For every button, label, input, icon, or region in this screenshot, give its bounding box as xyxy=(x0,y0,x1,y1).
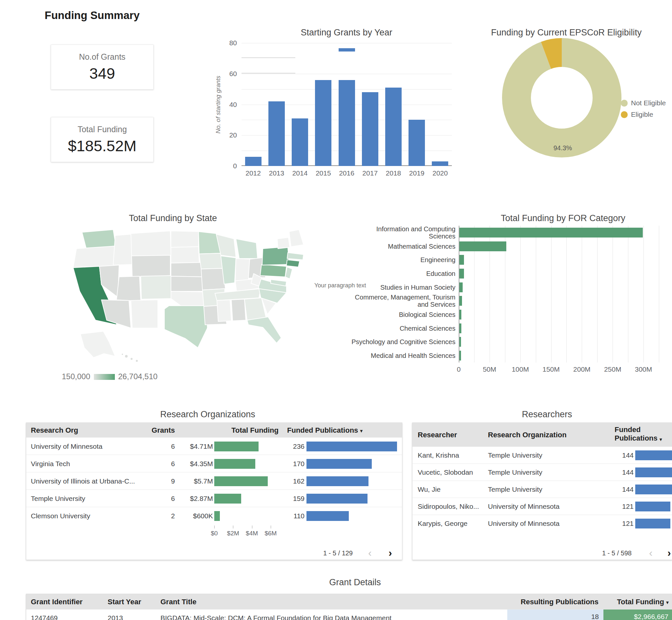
for-category-labels: Information and Computing SciencesMathem… xyxy=(327,226,456,362)
state-MO[interactable] xyxy=(201,268,225,290)
column-header-research-org[interactable]: Research Org xyxy=(31,426,78,435)
publications-bar xyxy=(306,511,349,521)
x-tick-label-2015: 2015 xyxy=(311,169,335,177)
bar-2017[interactable] xyxy=(362,92,378,166)
state-CO[interactable] xyxy=(141,275,171,299)
table-row[interactable]: 1247469 2013 BIGDATA: Mid-Scale: DCM: A … xyxy=(26,609,672,620)
state-SD[interactable] xyxy=(171,247,199,263)
column-header-funded-publications[interactable]: Funded Publications▾ xyxy=(287,426,363,435)
table-header-row: Research Org Grants Total Funding Funded… xyxy=(26,423,402,437)
us-choropleth-map xyxy=(61,226,317,369)
state-ME[interactable] xyxy=(289,229,304,247)
publications-bar xyxy=(306,459,372,469)
state-AL[interactable] xyxy=(231,299,246,321)
table-row[interactable]: Vucetic, SlobodanTemple University144 xyxy=(412,464,672,481)
state-FL[interactable] xyxy=(247,317,281,343)
state-MI[interactable] xyxy=(236,239,258,258)
state-MA[interactable] xyxy=(287,253,304,260)
state-CT-RI[interactable] xyxy=(287,260,300,267)
grant-details-table: Grant Identifier Start Year Grant Title … xyxy=(26,594,672,620)
state-WY[interactable] xyxy=(132,255,170,277)
next-page-button[interactable]: › xyxy=(667,548,671,558)
category-label: Mathematical Sciences xyxy=(327,240,456,253)
legend-item-not-eligible[interactable]: Not Eligible xyxy=(621,99,666,107)
bar-education[interactable] xyxy=(459,269,464,278)
bar-2016[interactable] xyxy=(339,80,355,166)
bar-2019[interactable] xyxy=(409,120,425,166)
bar-2020[interactable] xyxy=(432,161,448,166)
bar-chemical-sciences[interactable] xyxy=(459,323,461,333)
table-row[interactable]: Virginia Tech6$4.35M170 xyxy=(26,455,402,472)
bar-information-and-computing[interactable] xyxy=(459,228,643,238)
funding-bar xyxy=(214,442,259,451)
state-KS[interactable] xyxy=(171,276,205,291)
column-header-total-funding[interactable]: Total Funding▾ xyxy=(617,598,669,606)
y-tick-label: 0 xyxy=(218,162,237,170)
state-IN[interactable] xyxy=(235,258,250,281)
column-header-grants[interactable]: Grants xyxy=(152,426,175,435)
gridline xyxy=(551,226,552,362)
axis-tick xyxy=(271,525,271,528)
sort-arrow-icon: ▾ xyxy=(666,600,669,605)
category-label: Engineering xyxy=(327,253,456,267)
table-row[interactable]: Kant, KrishnaTemple University144 xyxy=(412,447,672,464)
axis-tick-label: $4M xyxy=(246,530,258,537)
state-NY[interactable] xyxy=(262,247,289,265)
research-orgs-table: Research Org Grants Total Funding Funded… xyxy=(26,422,402,560)
x-tick-label-200M: 200M xyxy=(573,365,590,373)
state-NM[interactable] xyxy=(131,300,158,328)
table-row[interactable]: Karypis, GeorgeUniversity of Minnesota12… xyxy=(412,515,672,532)
bar-2018[interactable] xyxy=(385,88,402,166)
bar-commerce-management-tourism[interactable] xyxy=(459,296,462,306)
bar-2012[interactable] xyxy=(245,157,261,166)
column-header-grant-title[interactable]: Grant Title xyxy=(160,598,197,606)
bar-medical-and-health-sciences[interactable] xyxy=(459,351,461,361)
table-row[interactable]: Sidiropoulos, Niko...University of Minne… xyxy=(412,498,672,515)
column-header-grant-identifier[interactable]: Grant Identifier xyxy=(31,598,83,606)
state-MS[interactable] xyxy=(217,300,231,321)
state-HI[interactable] xyxy=(121,353,138,362)
prev-page-button[interactable]: ‹ xyxy=(368,548,372,558)
research-organization-cell: Temple University xyxy=(488,451,542,459)
table-row[interactable]: Clemson University2$600K110 xyxy=(26,507,402,524)
state-VT-NH[interactable] xyxy=(277,238,290,249)
state-TX[interactable] xyxy=(164,306,207,348)
total-funding-cell: $5.7M xyxy=(194,477,213,485)
gridline xyxy=(582,226,582,362)
research-organization-cell: University of Minnesota xyxy=(488,520,560,527)
state-ID[interactable] xyxy=(113,234,134,265)
bar-engineering[interactable] xyxy=(459,255,464,265)
legend-item-eligible[interactable]: Eligible xyxy=(621,111,653,118)
bar-mathematical-sciences[interactable] xyxy=(459,242,506,251)
bar-2015[interactable] xyxy=(315,80,331,166)
next-page-button[interactable]: › xyxy=(389,548,392,558)
state-AK[interactable] xyxy=(81,331,115,358)
bar-2014[interactable] xyxy=(292,118,308,166)
table-row[interactable]: Temple University6$2.87M159 xyxy=(26,489,402,507)
bar-2013[interactable] xyxy=(268,101,285,166)
column-header-resulting-publications[interactable]: Resulting Publications xyxy=(521,598,599,606)
state-IA[interactable] xyxy=(199,253,223,269)
state-UT[interactable] xyxy=(116,276,141,301)
state-OK[interactable] xyxy=(171,291,206,306)
legend-dot xyxy=(621,100,628,107)
state-MT[interactable] xyxy=(131,231,171,256)
state-ND[interactable] xyxy=(171,231,199,247)
bar-psychology-and-cognitive-sciences[interactable] xyxy=(459,337,461,347)
state-NE[interactable] xyxy=(171,262,204,277)
column-header-funded-publications[interactable]: Funded Publications▾ xyxy=(615,425,662,443)
state-PA[interactable] xyxy=(260,264,287,277)
table-row[interactable]: University of Illinois at Urbana-C...9$5… xyxy=(26,472,402,490)
bar-studies-in-human-society[interactable] xyxy=(459,282,463,292)
state-WA[interactable] xyxy=(82,229,116,249)
state-OR[interactable] xyxy=(73,246,115,268)
prev-page-button[interactable]: ‹ xyxy=(649,548,653,558)
column-header-research-organization[interactable]: Research Organization xyxy=(488,431,567,439)
column-header-start-year[interactable]: Start Year xyxy=(108,598,141,606)
column-header-total-funding[interactable]: Total Funding xyxy=(231,426,278,435)
table-row[interactable]: University of Minnesota6$4.71M236 xyxy=(26,437,402,455)
table-row[interactable]: Wu, JieTemple University144 xyxy=(412,480,672,498)
bar-biological-sciences[interactable] xyxy=(459,310,461,319)
gridline xyxy=(520,226,521,362)
column-header-researcher[interactable]: Researcher xyxy=(418,431,457,439)
